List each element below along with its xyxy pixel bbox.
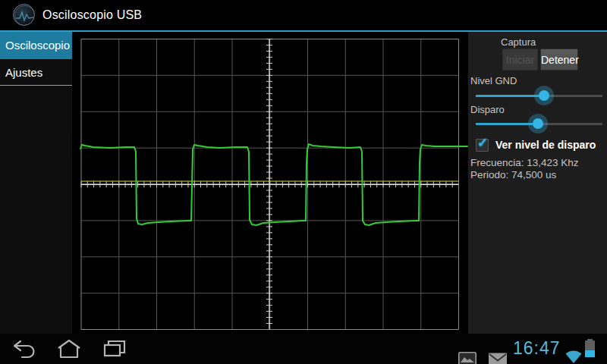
sidebar-item-label: Ajustes bbox=[5, 66, 42, 79]
app-icon bbox=[13, 4, 35, 26]
oscilloscope-wave-icon bbox=[14, 5, 35, 26]
slider-thumb[interactable] bbox=[528, 114, 548, 133]
trigger-checkbox-label: Ver nivel de disparo bbox=[495, 139, 596, 151]
frequency-readout: Frecuencia: 13,423 Khz bbox=[470, 157, 579, 168]
trigger-checkbox[interactable]: ✓ bbox=[476, 139, 489, 152]
control-panel: Captura Iniciar Detener Nivel GND Dispar… bbox=[468, 32, 607, 334]
nivel-gnd-label: Nivel GND bbox=[470, 75, 517, 86]
iniciar-button[interactable]: Iniciar bbox=[502, 49, 538, 71]
slider-thumb[interactable] bbox=[534, 86, 554, 105]
trigger-visibility-row[interactable]: ✓ Ver nivel de disparo bbox=[476, 137, 596, 152]
action-bar: Osciloscopio USB bbox=[0, 0, 607, 30]
gallery-notification-icon[interactable] bbox=[458, 344, 476, 364]
wifi-icon[interactable] bbox=[565, 341, 583, 364]
back-button[interactable] bbox=[11, 339, 37, 359]
scope-plot bbox=[80, 34, 468, 331]
detener-button[interactable]: Detener bbox=[540, 49, 578, 71]
nivel-gnd-slider[interactable] bbox=[476, 86, 602, 105]
email-notification-icon[interactable] bbox=[489, 344, 507, 364]
recents-button[interactable] bbox=[102, 339, 127, 359]
disparo-slider[interactable] bbox=[476, 114, 602, 133]
battery-charge-level bbox=[585, 350, 595, 357]
oscilloscope-display bbox=[72, 32, 468, 334]
home-button[interactable] bbox=[56, 339, 82, 359]
sidebar-item-label: Osciloscopio bbox=[5, 39, 70, 52]
app-title: Osciloscopio USB bbox=[42, 0, 142, 30]
sidebar-item-osciloscopio[interactable]: Osciloscopio bbox=[0, 32, 72, 59]
checkmark-icon: ✓ bbox=[477, 135, 488, 151]
sidebar: Osciloscopio Ajustes bbox=[0, 32, 72, 334]
battery-icon[interactable] bbox=[585, 340, 595, 357]
sidebar-item-ajustes[interactable]: Ajustes bbox=[0, 59, 72, 86]
status-clock[interactable]: 16:47 bbox=[513, 338, 561, 359]
period-readout: Periodo: 74,500 us bbox=[470, 169, 556, 180]
sidebar-divider bbox=[0, 85, 72, 86]
navigation-bar: 16:47 bbox=[0, 334, 607, 364]
captura-label: Captura bbox=[501, 36, 536, 48]
screen: Osciloscopio USB Osciloscopio Ajustes Ca… bbox=[0, 0, 607, 364]
